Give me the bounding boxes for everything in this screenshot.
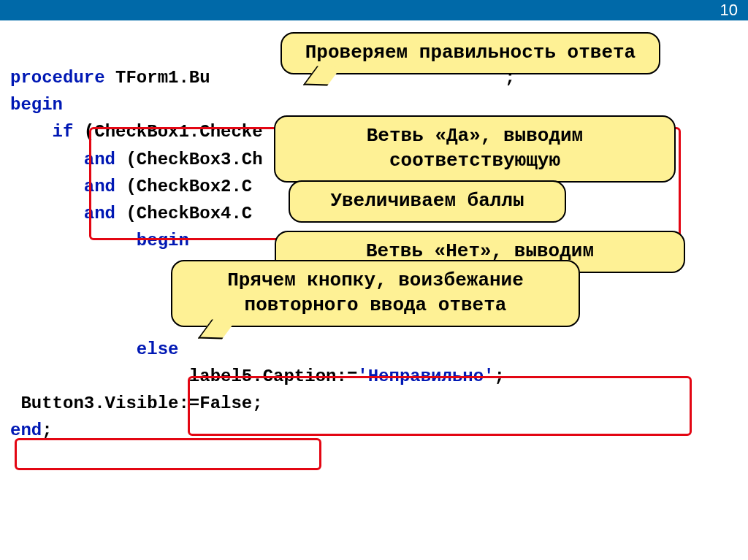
kw-and: and <box>10 204 115 223</box>
code-text: label5.Caption:= <box>10 367 357 386</box>
code-text: (CheckBox1.Checke <box>73 122 262 142</box>
kw-begin2: begin <box>10 231 189 250</box>
kw-else: else <box>10 340 178 359</box>
callout-text: Ветвь «Нет», выводим <box>366 240 594 262</box>
callout-hide-button: Прячем кнопку, воизбежание повторного вв… <box>171 260 580 327</box>
code-text: Button3.Visible:=False; <box>10 394 263 413</box>
callout-yes-branch: Ветвь «Да», выводим соответствующую <box>274 115 676 183</box>
callout-text: Ветвь «Да», выводим соответствующую <box>367 125 583 172</box>
page-number: 10 <box>720 1 738 19</box>
code-text: (CheckBox3.Ch <box>115 150 263 169</box>
blank <box>10 312 20 332</box>
callout-text: Увеличиваем баллы <box>330 190 524 212</box>
callout-increment: Увеличиваем баллы <box>289 180 566 223</box>
kw-and: and <box>10 150 115 169</box>
callout-check-answer: Проверяем правильность ответа <box>280 32 660 74</box>
blank <box>10 285 20 305</box>
callout-text: Прячем кнопку, воизбежание повторного вв… <box>227 269 524 316</box>
code-text: (CheckBox4.C <box>115 204 252 223</box>
code-text: ; <box>42 421 52 440</box>
slide-number-bar: 10 <box>0 0 748 20</box>
code-text: (CheckBox2.C <box>115 177 252 196</box>
string-literal: 'Неправильно' <box>357 367 494 386</box>
kw-if: if <box>10 122 73 142</box>
kw-end: end <box>10 421 42 440</box>
kw-begin: begin <box>10 95 63 115</box>
blank <box>10 258 20 277</box>
kw-and: and <box>10 177 115 196</box>
code-text: ; <box>495 367 505 386</box>
kw-procedure: procedure <box>10 68 105 88</box>
callout-text: Проверяем правильность ответа <box>305 42 636 64</box>
